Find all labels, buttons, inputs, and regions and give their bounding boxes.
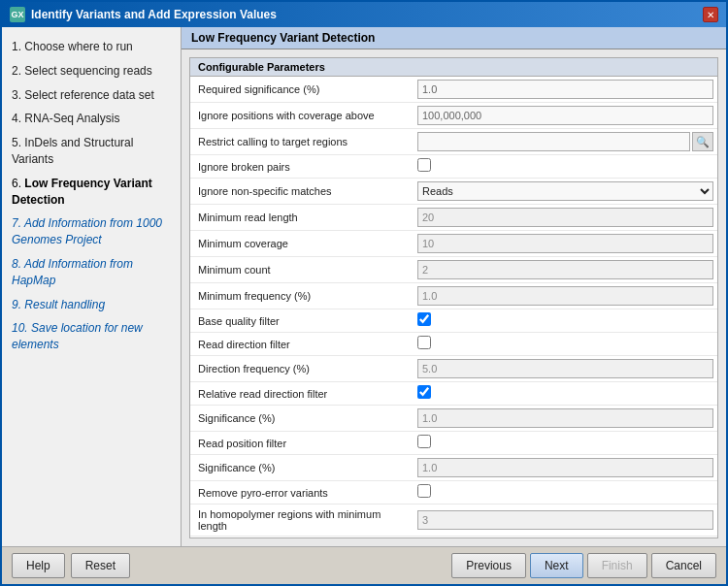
sidebar-item-hapmap[interactable]: 8. Add Information from HapMap	[2, 252, 181, 293]
sidebar-item-select-ref[interactable]: 3. Select reference data set	[2, 83, 181, 108]
form-row-read-direction: Read direction filter	[190, 333, 717, 356]
next-button[interactable]: Next	[530, 553, 583, 578]
label-relative-read: Relative read direction filter	[190, 386, 414, 402]
input-min-coverage	[417, 234, 713, 253]
app-icon: GX	[10, 7, 25, 22]
sidebar-item-select-reads[interactable]: 2. Select sequencing reads	[2, 59, 181, 83]
input-min-freq	[417, 286, 713, 306]
label-base-quality: Base quality filter	[190, 313, 414, 329]
value-homopolymer	[414, 509, 717, 531]
label-ignore-broken: Ignore broken pairs	[190, 159, 414, 175]
checkbox-remove-pyro[interactable]	[417, 484, 431, 498]
label-min-count: Minimum count	[190, 262, 414, 277]
finish-button[interactable]: Finish	[587, 553, 647, 578]
form-row-homopolymer: In homopolymer regions with minimum leng…	[190, 505, 717, 537]
select-ignore-non-specific[interactable]: ReadsNoneBoth	[417, 181, 713, 201]
label-read-pos-filter: Read position filter	[190, 436, 414, 451]
value-read-direction	[414, 335, 717, 353]
value-min-freq	[414, 285, 717, 307]
label-min-freq: Minimum frequency (%)	[190, 288, 414, 304]
sidebar-item-genomes[interactable]: 7. Add Information from 1000 Genomes Pro…	[2, 212, 181, 252]
label-homopolymer: In homopolymer regions with minimum leng…	[190, 506, 414, 534]
form-row-significance1: Significance (%)	[190, 406, 717, 432]
window-title: Identify Variants and Add Expression Val…	[31, 8, 277, 21]
value-ignore-coverage	[414, 105, 717, 126]
label-restrict-target: Restrict calling to target regions	[190, 134, 414, 149]
form-row-relative-read: Relative read direction filter	[190, 382, 717, 406]
form-row-remove-pyro: Remove pyro-error variants	[190, 481, 717, 505]
label-significance1: Significance (%)	[190, 410, 414, 426]
sidebar-item-result[interactable]: 9. Result handling	[2, 293, 181, 317]
cancel-button[interactable]: Cancel	[651, 553, 716, 578]
checkbox-read-pos-filter[interactable]	[417, 435, 431, 448]
value-direction-freq	[414, 358, 717, 379]
content-area: 1. Choose where to run2. Select sequenci…	[2, 27, 726, 546]
value-remove-pyro	[414, 483, 717, 502]
form-row-min-coverage: Minimum coverage	[190, 231, 717, 257]
close-button[interactable]: ✕	[703, 7, 718, 22]
panel-title: Low Frequency Variant Detection	[182, 27, 726, 49]
form-row-significance2: Significance (%)	[190, 455, 717, 481]
form-row-ignore-non-specific: Ignore non-specific matchesReadsNoneBoth	[190, 179, 717, 205]
value-ignore-non-specific: ReadsNoneBoth	[414, 180, 717, 202]
reset-button[interactable]: Reset	[71, 553, 130, 578]
input-homopolymer	[417, 510, 713, 530]
form-row-restrict-target: Restrict calling to target regions🔍	[190, 129, 717, 155]
value-read-pos-filter	[414, 434, 717, 452]
form-row-min-read-length: Minimum read length	[190, 205, 717, 231]
checkbox-relative-read[interactable]	[417, 385, 431, 399]
previous-button[interactable]: Previous	[451, 553, 526, 578]
form-row-ignore-coverage: Ignore positions with coverage above	[190, 103, 717, 129]
form-row-min-freq: Minimum frequency (%)	[190, 283, 717, 309]
form-row-direction-freq: Direction frequency (%)	[190, 356, 717, 382]
bottom-right-buttons: Previous Next Finish Cancel	[451, 553, 716, 578]
bottom-bar: Help Reset Previous Next Finish Cancel	[2, 546, 726, 584]
value-significance1	[414, 407, 717, 429]
value-base-quality	[414, 311, 717, 330]
input-significance2	[417, 458, 713, 477]
bottom-left-buttons: Help Reset	[12, 553, 130, 578]
label-significance2: Significance (%)	[190, 460, 414, 475]
title-bar-left: GX Identify Variants and Add Expression …	[10, 7, 277, 22]
checkbox-ignore-broken[interactable]	[417, 158, 431, 172]
value-req-sig	[414, 79, 717, 100]
sidebar-item-low-freq[interactable]: 6. Low Frequency Variant Detection	[2, 172, 181, 212]
form-row-ignore-broken: Ignore broken pairs	[190, 155, 717, 179]
input-direction-freq	[417, 359, 713, 378]
sidebar-item-indels[interactable]: 5. InDels and Structural Variants	[2, 131, 181, 172]
value-significance2	[414, 457, 717, 478]
label-ignore-coverage: Ignore positions with coverage above	[190, 108, 414, 123]
form-row-req-sig: Required significance (%)	[190, 77, 717, 103]
input-ignore-coverage[interactable]	[417, 106, 713, 125]
input-restrict-target[interactable]	[417, 132, 690, 151]
sidebar-item-choose-where[interactable]: 1. Choose where to run	[2, 35, 181, 59]
label-min-coverage: Minimum coverage	[190, 236, 414, 251]
value-restrict-target: 🔍	[414, 131, 717, 152]
input-req-sig[interactable]	[417, 80, 713, 99]
input-significance1	[417, 408, 713, 428]
input-browse-wrap-restrict-target: 🔍	[417, 132, 713, 151]
browse-button-restrict-target[interactable]: 🔍	[692, 132, 713, 151]
value-relative-read	[414, 384, 717, 403]
main-panel: Low Frequency Variant Detection Configur…	[182, 27, 726, 546]
sidebar-item-rna-seq[interactable]: 4. RNA-Seq Analysis	[2, 107, 181, 131]
label-req-sig: Required significance (%)	[190, 81, 414, 97]
form-rows: Required significance (%)Ignore position…	[190, 77, 717, 538]
form-section: Configurable Parameters Required signifi…	[189, 57, 718, 538]
sidebar-item-save[interactable]: 10. Save location for new elements	[2, 316, 181, 357]
label-direction-freq: Direction frequency (%)	[190, 361, 414, 376]
value-min-coverage	[414, 233, 717, 254]
help-button[interactable]: Help	[12, 553, 65, 578]
form-row-with-freq: With frequency below	[190, 537, 717, 538]
checkbox-read-direction[interactable]	[417, 336, 431, 349]
checkbox-base-quality[interactable]	[417, 312, 431, 326]
section-header: Configurable Parameters	[190, 58, 717, 77]
title-bar: GX Identify Variants and Add Expression …	[2, 2, 726, 27]
label-read-direction: Read direction filter	[190, 337, 414, 352]
form-row-base-quality: Base quality filter	[190, 309, 717, 333]
value-min-read-length	[414, 207, 717, 228]
input-min-count	[417, 260, 713, 279]
form-row-read-pos-filter: Read position filter	[190, 432, 717, 455]
value-min-count	[414, 259, 717, 280]
label-ignore-non-specific: Ignore non-specific matches	[190, 183, 414, 199]
